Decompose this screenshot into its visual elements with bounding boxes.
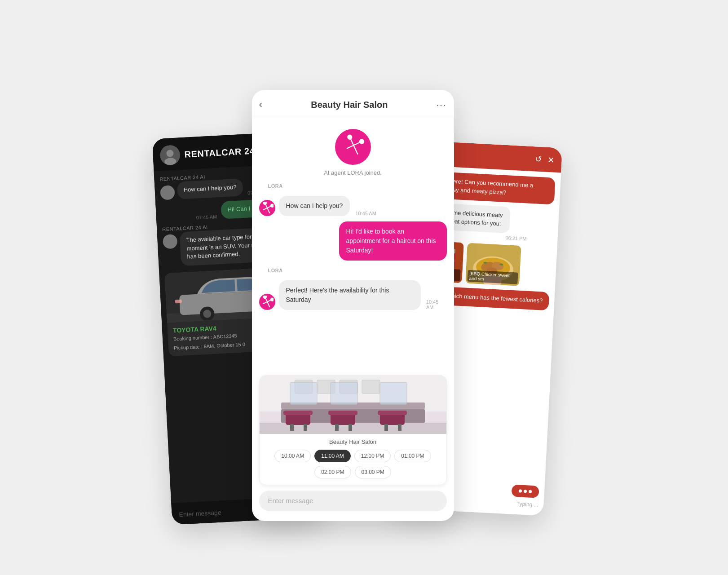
lora-bubble2: Perfect! Here's the availability for thi… (279, 280, 421, 310)
slot-1000[interactable]: 10:00 AM (274, 450, 311, 462)
svg-line-15 (347, 139, 360, 152)
rentalcar-time2: 07:45 AM (196, 214, 217, 220)
slot-1100[interactable]: 11:00 AM (314, 450, 351, 462)
dot3 (528, 490, 531, 493)
salon-body: AI agent LORA joined. LORA (252, 118, 454, 520)
lora-avatar (335, 129, 371, 165)
svg-point-22 (263, 296, 266, 299)
svg-rect-46 (349, 424, 352, 431)
salon-name-card: Beauty Hair Salon (260, 434, 446, 448)
agent-joined-section: AI agent LORA joined. (252, 118, 454, 183)
rentalcar-input-placeholder[interactable]: Enter message (179, 509, 221, 518)
svg-rect-30 (362, 380, 380, 394)
rentalcar-msg1: How can I help you? (176, 178, 243, 199)
svg-rect-38 (283, 411, 313, 415)
salon-input-placeholder[interactable]: Enter message (268, 497, 313, 504)
user-msg-row: Hi! I'd like to book an appointment for … (259, 221, 447, 261)
svg-point-16 (359, 139, 364, 144)
lora-label-1: LORA (259, 183, 447, 190)
back-icon[interactable]: ‹ (259, 99, 262, 111)
svg-point-14 (347, 134, 352, 140)
svg-point-18 (263, 202, 266, 205)
svg-line-19 (263, 204, 271, 212)
svg-rect-44 (304, 424, 307, 431)
more-icon[interactable]: ··· (437, 100, 447, 110)
lora-label-2: LORA (259, 268, 447, 275)
salon-header: ‹ Beauty Hair Salon ··· (252, 90, 454, 118)
svg-rect-40 (328, 411, 357, 415)
rentalcar-avatar (159, 145, 180, 165)
dot2 (523, 490, 526, 493)
salon-messages: LORA How can I help you? (252, 183, 454, 375)
refresh-icon[interactable]: ↺ (534, 154, 542, 164)
time-slots-container: 10:00 AM 11:00 AM 12:00 PM 01:00 PM 02:0… (260, 448, 446, 485)
slot-0300[interactable]: 03:00 PM (355, 466, 391, 478)
svg-rect-11 (175, 300, 181, 304)
beauty-salon-card: ‹ Beauty Hair Salon ··· (252, 90, 454, 521)
svg-rect-35 (380, 382, 407, 405)
lora-bubble1: How can I help you? (279, 196, 350, 216)
pizzeria-ai-time: 06:21 PM (505, 235, 527, 241)
lora-avatar-sm2 (259, 294, 275, 310)
rentalcar-mini-avatar2 (162, 234, 177, 249)
svg-rect-42 (378, 411, 407, 415)
lora-time1: 10:45 AM (355, 211, 376, 216)
rentalcar-title: RENTALCAR 24 (184, 146, 255, 159)
svg-rect-47 (384, 424, 388, 431)
availability-card: Beauty Hair Salon 10:00 AM 11:00 AM 12:0… (259, 375, 447, 485)
svg-rect-45 (335, 424, 339, 431)
svg-rect-43 (290, 424, 294, 431)
salon-input-area[interactable]: Enter message (259, 491, 447, 511)
svg-rect-33 (290, 382, 317, 405)
svg-point-24 (270, 298, 274, 301)
slot-1200[interactable]: 12:00 PM (354, 450, 391, 462)
food-image-2: [BBQ Chicker sweet and sm (465, 243, 521, 286)
typing-text: Typing.... (516, 500, 538, 508)
svg-rect-48 (398, 424, 402, 431)
dot1 (518, 489, 521, 492)
lora-msg1-row: How can I help you? 10:45 AM (259, 196, 447, 216)
lora-avatar-sm (259, 200, 275, 216)
slot-0200[interactable]: 02:00 PM (314, 466, 351, 478)
svg-line-23 (263, 298, 271, 306)
svg-rect-34 (331, 382, 357, 405)
pizzeria-user-msg3: Which menu has the fewest calories? (439, 287, 549, 311)
agent-joined-text: AI agent LORA joined. (324, 169, 382, 176)
user-bubble: Hi! I'd like to book an appointment for … (339, 221, 447, 261)
salon-title: Beauty Hair Salon (311, 100, 388, 110)
svg-point-20 (270, 204, 274, 208)
lora-msg2-row: Perfect! Here's the availability for thi… (259, 280, 447, 310)
rentalcar-mini-avatar (160, 185, 175, 200)
salon-image (260, 376, 446, 434)
lora-time2: 10:45 AM (426, 299, 447, 310)
close-icon[interactable]: ✕ (547, 155, 555, 165)
typing-dots (511, 485, 539, 498)
slot-0100[interactable]: 01:00 PM (394, 450, 431, 462)
pizzeria-header-icons: ↺ ✕ (534, 154, 555, 165)
